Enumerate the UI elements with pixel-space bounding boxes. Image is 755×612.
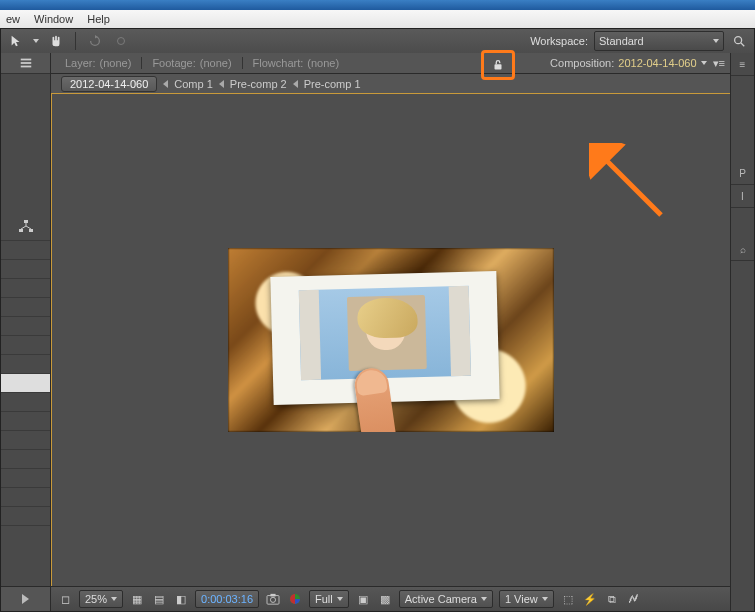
- tab-footage[interactable]: Footage: (none): [142, 57, 242, 69]
- tab-composition-active[interactable]: Composition: 2012-04-14-060 ▾≡: [550, 53, 727, 73]
- window-titlebar: [0, 0, 755, 10]
- list-item[interactable]: [1, 298, 50, 317]
- right-stub-p[interactable]: P: [731, 162, 754, 185]
- camera-selector[interactable]: Active Camera: [399, 590, 493, 608]
- timeline-icon[interactable]: ⧉: [604, 591, 620, 607]
- zoom-value: 25%: [85, 593, 107, 605]
- chevron-down-icon: [713, 39, 719, 43]
- breadcrumb-root[interactable]: 2012-04-14-060: [61, 76, 157, 92]
- right-panel-collapsed: ≡ P I ⌕: [730, 53, 754, 611]
- svg-line-2: [741, 43, 745, 47]
- hand-tool-icon[interactable]: [47, 32, 65, 50]
- tab-value: (none): [100, 57, 132, 69]
- menu-bar: ew Window Help: [0, 10, 755, 28]
- tab-label: Composition:: [550, 57, 614, 69]
- menu-window[interactable]: Window: [30, 13, 83, 25]
- separator: [75, 32, 76, 50]
- right-stub-search[interactable]: ⌕: [731, 238, 754, 261]
- lock-icon: [491, 58, 505, 72]
- viewer-status-bar: ◻ 25% ▦ ▤ ◧ 0:00:03:16 Full: [51, 586, 731, 611]
- left-panel-tab[interactable]: [1, 53, 50, 74]
- svg-rect-5: [20, 66, 31, 68]
- channel-icon[interactable]: [287, 591, 303, 607]
- timecode-value: 0:00:03:16: [201, 593, 253, 605]
- tab-label: Footage:: [152, 57, 195, 69]
- camera-value: Active Camera: [405, 593, 477, 605]
- roi-icon[interactable]: ▣: [355, 591, 371, 607]
- list-item[interactable]: [1, 260, 50, 279]
- composition-viewer[interactable]: [51, 93, 731, 587]
- tab-label: Flowchart:: [253, 57, 304, 69]
- selection-tool-icon[interactable]: [7, 32, 25, 50]
- svg-rect-10: [267, 596, 279, 605]
- list-item[interactable]: [1, 279, 50, 298]
- workspace-label: Workspace:: [530, 35, 588, 47]
- zoom-selector[interactable]: 25%: [79, 590, 123, 608]
- list-item[interactable]: [1, 393, 50, 412]
- composition-canvas: [228, 248, 554, 432]
- mask-icon[interactable]: ◧: [173, 591, 189, 607]
- svg-rect-9: [495, 64, 502, 69]
- misc-tool-icon[interactable]: [112, 32, 130, 50]
- tool-dropdown-icon[interactable]: [33, 39, 39, 43]
- tab-value: 2012-04-14-060: [618, 57, 696, 69]
- chevron-down-icon: [111, 597, 117, 601]
- tab-layer[interactable]: Layer: (none): [55, 57, 142, 69]
- pixel-aspect-icon[interactable]: ⬚: [560, 591, 576, 607]
- svg-rect-8: [29, 229, 33, 232]
- breadcrumb-item[interactable]: Comp 1: [174, 78, 213, 90]
- svg-rect-7: [19, 229, 23, 232]
- tab-label: Layer:: [65, 57, 96, 69]
- tab-value: (none): [200, 57, 232, 69]
- workspace-selector[interactable]: Standard: [594, 31, 724, 51]
- lock-toggle-highlighted[interactable]: [481, 50, 515, 80]
- views-selector[interactable]: 1 View: [499, 590, 554, 608]
- panel-menu-icon[interactable]: ▾≡: [711, 57, 727, 70]
- left-panel: [1, 53, 51, 611]
- play-icon: [22, 594, 29, 604]
- snapshot-icon[interactable]: [265, 591, 281, 607]
- list-item[interactable]: [1, 488, 50, 507]
- svg-point-0: [118, 38, 125, 45]
- breadcrumb-item[interactable]: Pre-comp 1: [304, 78, 361, 90]
- resolution-icon[interactable]: ▦: [129, 591, 145, 607]
- svg-point-11: [270, 597, 275, 602]
- views-value: 1 View: [505, 593, 538, 605]
- list-item-selected[interactable]: [1, 374, 50, 393]
- strip: [299, 290, 321, 380]
- play-button[interactable]: [1, 586, 50, 611]
- menu-help[interactable]: Help: [83, 13, 120, 25]
- grid-icon[interactable]: ▤: [151, 591, 167, 607]
- list-item[interactable]: [1, 450, 50, 469]
- list-item[interactable]: [1, 355, 50, 374]
- always-preview-icon[interactable]: ◻: [57, 591, 73, 607]
- quality-selector[interactable]: Full: [309, 590, 349, 608]
- list-item[interactable]: [1, 507, 50, 526]
- list-item[interactable]: [1, 412, 50, 431]
- app-frame: Workspace: Standard: [0, 28, 755, 612]
- timecode-display[interactable]: 0:00:03:16: [195, 590, 259, 608]
- list-item[interactable]: [1, 317, 50, 336]
- breadcrumb-sep-icon: [219, 80, 224, 88]
- right-stub[interactable]: ≡: [731, 53, 754, 76]
- flowchart-mini-icon[interactable]: [1, 214, 50, 241]
- breadcrumb-sep-icon: [163, 80, 168, 88]
- main-area: Layer: (none) Footage: (none) Flowchart:…: [1, 53, 754, 611]
- breadcrumb-item[interactable]: Pre-comp 2: [230, 78, 287, 90]
- tab-flowchart[interactable]: Flowchart: (none): [243, 57, 350, 69]
- portrait-image: [347, 295, 427, 371]
- list-item[interactable]: [1, 431, 50, 450]
- transparency-grid-icon[interactable]: ▩: [377, 591, 393, 607]
- composition-breadcrumb: 2012-04-14-060 Comp 1 Pre-comp 2 Pre-com…: [51, 74, 731, 95]
- breadcrumb-sep-icon: [293, 80, 298, 88]
- right-stub-i[interactable]: I: [731, 185, 754, 208]
- rotate-tool-icon[interactable]: [86, 32, 104, 50]
- list-item[interactable]: [1, 469, 50, 488]
- fast-preview-icon[interactable]: ⚡: [582, 591, 598, 607]
- search-icon[interactable]: [730, 32, 748, 50]
- flowchart-icon[interactable]: 🗲: [626, 591, 642, 607]
- menu-view[interactable]: ew: [2, 13, 30, 25]
- list-item[interactable]: [1, 336, 50, 355]
- list-item[interactable]: [1, 241, 50, 260]
- svg-rect-6: [24, 220, 28, 223]
